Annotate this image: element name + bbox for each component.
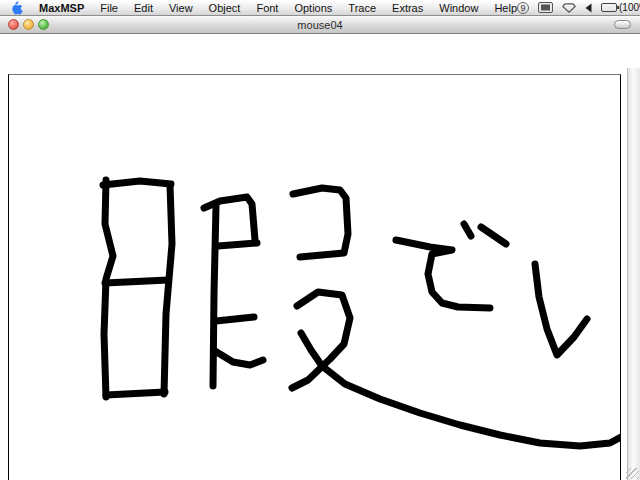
pen-stroke bbox=[293, 188, 348, 257]
pen-stroke bbox=[204, 197, 255, 240]
pen-stroke bbox=[481, 227, 506, 244]
pen-stroke bbox=[301, 333, 620, 446]
menu-item-trace[interactable]: Trace bbox=[348, 2, 376, 14]
pen-stroke bbox=[535, 264, 587, 355]
drawing-strokes bbox=[9, 75, 620, 480]
pen-stroke bbox=[105, 280, 168, 283]
battery-label: (100%) bbox=[619, 2, 640, 13]
diamond-icon[interactable] bbox=[562, 3, 576, 13]
pen-stroke bbox=[215, 351, 263, 365]
menu-item-object[interactable]: Object bbox=[209, 2, 241, 14]
volume-icon[interactable] bbox=[585, 3, 592, 13]
resize-grip[interactable] bbox=[626, 468, 639, 479]
drawing-canvas[interactable] bbox=[8, 74, 621, 480]
pen-stroke bbox=[164, 185, 172, 394]
zoom-button[interactable] bbox=[38, 19, 49, 30]
pen-stroke bbox=[213, 206, 216, 386]
menu-bar: MaxMSP FileEditViewObjectFontOptionsTrac… bbox=[0, 0, 640, 16]
menu-item-help[interactable]: Help bbox=[494, 2, 517, 14]
displays-icon[interactable] bbox=[538, 2, 553, 13]
classic-environment-icon[interactable]: 9 bbox=[517, 2, 529, 14]
menu-item-file[interactable]: File bbox=[100, 2, 118, 14]
vertical-scrollbar[interactable] bbox=[627, 68, 640, 480]
pen-stroke bbox=[218, 243, 257, 246]
pen-stroke bbox=[396, 240, 490, 308]
patcher-window-content bbox=[0, 34, 640, 480]
minimize-button[interactable] bbox=[23, 19, 34, 30]
battery-indicator[interactable]: (100%) bbox=[601, 2, 640, 13]
menu-item-maxmsp[interactable]: MaxMSP bbox=[39, 2, 84, 14]
menu-item-edit[interactable]: Edit bbox=[134, 2, 153, 14]
pen-stroke bbox=[216, 317, 254, 321]
pen-stroke bbox=[292, 292, 350, 388]
pen-stroke bbox=[103, 181, 171, 185]
menu-item-view[interactable]: View bbox=[169, 2, 193, 14]
window-title-bar[interactable]: mouse04 bbox=[0, 16, 640, 34]
pen-stroke bbox=[106, 392, 165, 395]
apple-menu-icon[interactable] bbox=[10, 1, 23, 15]
menu-item-font[interactable]: Font bbox=[256, 2, 278, 14]
pen-stroke bbox=[464, 224, 471, 236]
pen-stroke bbox=[104, 180, 113, 397]
menu-items: FileEditViewObjectFontOptionsTraceExtras… bbox=[100, 2, 517, 14]
toolbar-toggle-button[interactable] bbox=[614, 20, 631, 29]
window-title: mouse04 bbox=[0, 19, 640, 31]
menu-item-window[interactable]: Window bbox=[439, 2, 478, 14]
menu-item-extras[interactable]: Extras bbox=[392, 2, 423, 14]
menu-item-options[interactable]: Options bbox=[294, 2, 332, 14]
battery-icon bbox=[601, 3, 617, 12]
close-button[interactable] bbox=[8, 19, 19, 30]
